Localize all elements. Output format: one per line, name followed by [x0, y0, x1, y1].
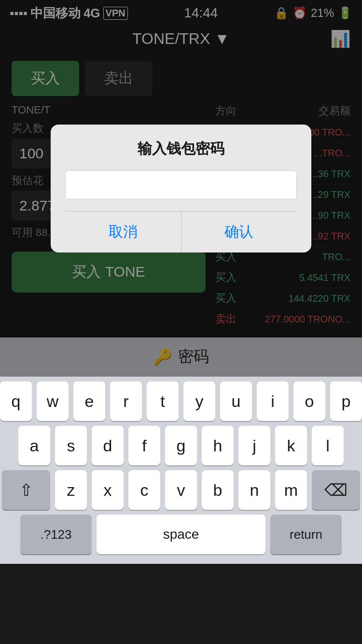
key-q[interactable]: q	[0, 381, 32, 421]
key-u[interactable]: u	[220, 381, 252, 421]
dialog-buttons: 取消 确认	[65, 211, 297, 252]
confirm-button[interactable]: 确认	[181, 211, 297, 252]
key-a[interactable]: a	[18, 426, 50, 465]
delete-key[interactable]: ⌫	[312, 470, 360, 510]
key-o[interactable]: o	[293, 381, 325, 421]
symbols-key[interactable]: .?123	[20, 515, 92, 554]
key-x[interactable]: x	[92, 470, 124, 510]
return-key[interactable]: return	[270, 515, 342, 554]
key-g[interactable]: g	[165, 426, 197, 465]
key-y[interactable]: y	[183, 381, 215, 421]
key-c[interactable]: c	[128, 470, 160, 510]
key-b[interactable]: b	[202, 470, 234, 510]
cancel-button[interactable]: 取消	[65, 211, 181, 252]
password-input[interactable]	[65, 170, 297, 199]
key-n[interactable]: n	[238, 470, 270, 510]
key-s[interactable]: s	[55, 426, 87, 465]
keyboard-row-2: asdfghjkl	[0, 426, 362, 465]
keyboard-row-1: qwertyuiop	[0, 381, 362, 421]
key-j[interactable]: j	[238, 426, 270, 465]
keyboard: qwertyuiop asdfghjkl ⇧ zxcvbnm ⌫ .?123 s…	[0, 377, 362, 564]
key-z[interactable]: z	[55, 470, 87, 510]
password-dialog: 输入钱包密码 取消 确认	[51, 125, 311, 252]
key-d[interactable]: d	[92, 426, 124, 465]
key-f[interactable]: f	[128, 426, 160, 465]
dialog-title: 输入钱包密码	[65, 139, 297, 159]
keyboard-row-4: .?123 space return	[0, 515, 362, 554]
key-k[interactable]: k	[275, 426, 307, 465]
shift-key[interactable]: ⇧	[2, 470, 50, 510]
key-l[interactable]: l	[312, 426, 344, 465]
dialog-overlay: 输入钱包密码 取消 确认	[0, 0, 362, 377]
key-t[interactable]: t	[147, 381, 179, 421]
key-p[interactable]: p	[330, 381, 362, 421]
key-i[interactable]: i	[257, 381, 289, 421]
space-key[interactable]: space	[97, 515, 265, 554]
key-r[interactable]: r	[110, 381, 142, 421]
key-v[interactable]: v	[165, 470, 197, 510]
key-e[interactable]: e	[73, 381, 105, 421]
key-w[interactable]: w	[37, 381, 69, 421]
keyboard-row-3: ⇧ zxcvbnm ⌫	[0, 470, 362, 510]
key-h[interactable]: h	[202, 426, 234, 465]
key-m[interactable]: m	[275, 470, 307, 510]
